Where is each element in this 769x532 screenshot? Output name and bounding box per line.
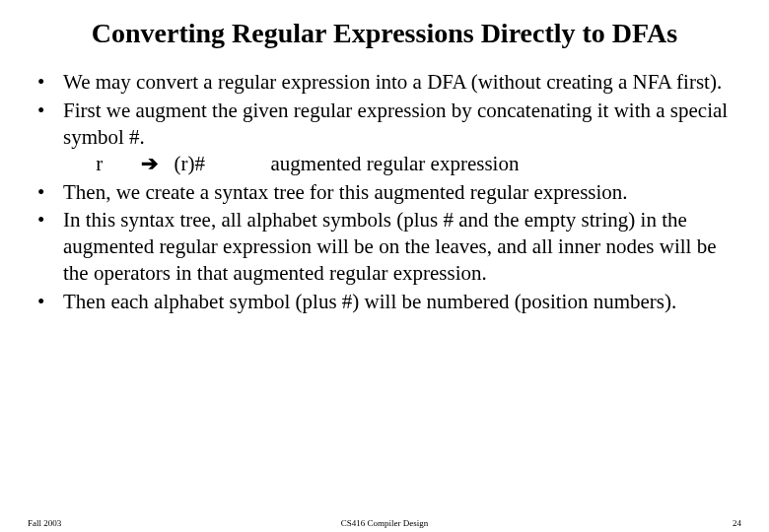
- footer-center: CS416 Compiler Design: [0, 518, 769, 528]
- bullet-main-text: First we augment the given regular expre…: [63, 99, 728, 149]
- footer-right: 24: [733, 518, 741, 528]
- bullet-text: Then, we create a syntax tree for this a…: [63, 179, 734, 206]
- arrow-right-icon: ➔: [141, 151, 159, 177]
- expr-note: augmented regular expression: [270, 151, 519, 177]
- bullet-text: Then each alphabet symbol (plus #) will …: [63, 289, 734, 315]
- bullet-dot-icon: •: [35, 289, 63, 315]
- bullet-list: • We may convert a regular expression in…: [35, 69, 734, 315]
- bullet-dot-icon: •: [35, 69, 63, 96]
- slide: Converting Regular Expressions Directly …: [0, 0, 769, 532]
- bullet-dot-icon: •: [35, 179, 63, 206]
- bullet-sub-line: r ➔ (r)# augmented regular expression: [63, 152, 519, 175]
- bullet-dot-icon: •: [35, 98, 63, 177]
- bullet-item: • In this syntax tree, all alphabet symb…: [35, 207, 734, 287]
- slide-title: Converting Regular Expressions Directly …: [0, 18, 769, 69]
- bullet-item: • We may convert a regular expression in…: [35, 69, 734, 96]
- bullet-item: • First we augment the given regular exp…: [35, 98, 734, 177]
- slide-body: • We may convert a regular expression in…: [0, 69, 769, 315]
- bullet-text: First we augment the given regular expre…: [63, 98, 734, 177]
- expr-lhs: r: [96, 151, 103, 177]
- expr-rhs: (r)#: [175, 151, 205, 177]
- bullet-item: • Then each alphabet symbol (plus #) wil…: [35, 289, 734, 315]
- bullet-text: We may convert a regular expression into…: [63, 69, 734, 96]
- bullet-item: • Then, we create a syntax tree for this…: [35, 179, 734, 206]
- bullet-dot-icon: •: [35, 207, 63, 287]
- bullet-text: In this syntax tree, all alphabet symbol…: [63, 207, 734, 287]
